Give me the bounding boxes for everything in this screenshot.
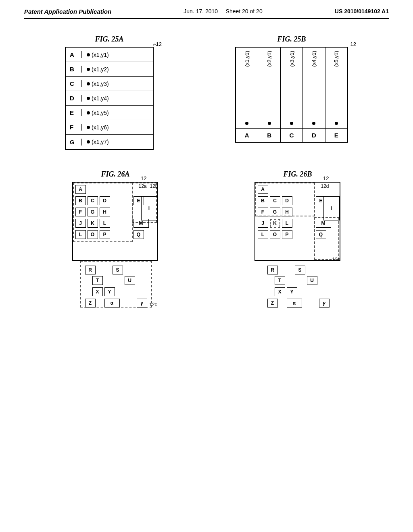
dot-icon: [87, 126, 90, 129]
row-coord: (x1,y1): [87, 52, 109, 58]
cell-F: F: [75, 208, 86, 216]
cell-alpha: α: [104, 299, 120, 308]
dot-icon: [335, 122, 338, 125]
dot-icon: [268, 122, 271, 125]
dot-icon: [245, 122, 248, 125]
cell-Y: Y: [104, 287, 115, 296]
cell-L: L: [258, 230, 268, 239]
cell-B: B: [75, 196, 86, 205]
cell-T: T: [92, 276, 103, 285]
dot-icon: [312, 122, 315, 125]
fig25a-title: FIG. 25A: [95, 35, 123, 44]
row-coord: (x1,y6): [87, 124, 109, 131]
cell-Q: Q: [316, 230, 326, 239]
row-coord: (x1,y3): [87, 81, 109, 87]
date: Jun. 17, 2010: [184, 8, 218, 15]
fig25b-block: FIG. 25B 12 (x1,y1) (x2,y1): [235, 35, 348, 143]
row-letter: D: [70, 95, 82, 102]
cell-gamma: γ: [137, 299, 147, 308]
row-coord: (x1,y2): [87, 66, 109, 73]
patent-number: US 2010/0149102 A1: [335, 8, 389, 15]
cell-H: H: [282, 208, 292, 216]
col-header: (x2,y1): [266, 51, 272, 67]
cell-Z: Z: [267, 299, 278, 308]
publication-label: Patent Application Publication: [24, 8, 111, 15]
cell-C: C: [270, 196, 280, 205]
cell-X: X: [275, 287, 285, 296]
dot-icon: [290, 122, 293, 125]
table-row: E (x1,y5): [66, 106, 153, 120]
row-letter: G: [70, 139, 82, 145]
col-header: (x3,y1): [289, 51, 295, 67]
cell-L2: L: [100, 219, 110, 228]
fig25b-col: (x4,y1): [303, 48, 325, 128]
fig25b-title: FIG. 25B: [277, 35, 306, 44]
col-header: (x5,y1): [333, 51, 339, 67]
cell-P: P: [100, 230, 110, 239]
row-coord: (x1,y5): [87, 110, 109, 116]
fig26a-title: FIG. 26A: [101, 170, 129, 179]
cell-A: A: [258, 185, 268, 194]
sheet: Sheet 20 of 20: [226, 8, 263, 15]
cell-U: U: [307, 276, 317, 285]
bot-label: D: [303, 129, 325, 142]
col-header: (x4,y1): [311, 51, 317, 67]
cell-T: T: [275, 276, 285, 285]
cell-L: L: [75, 230, 86, 239]
cell-D: D: [100, 196, 110, 205]
dot-icon: [87, 111, 90, 114]
cell-G: G: [88, 208, 98, 216]
dot-icon: [87, 82, 90, 85]
fig25b-table: (x1,y1) (x2,y1) (x3,y1) (x4,y1): [235, 47, 348, 143]
fig26b-ref-main: 12: [323, 175, 329, 181]
fig25b-ref: 12: [350, 41, 356, 47]
cell-O: O: [88, 230, 98, 239]
top-figures-row: FIG. 25A 12 ⌐ A (x1,y1) B (x1,y2) C: [24, 35, 389, 150]
cell-U: U: [125, 276, 135, 285]
cell-K: K: [88, 219, 98, 228]
cell-A: A: [75, 185, 86, 194]
cell-Q: Q: [133, 230, 144, 239]
table-row: F (x1,y6): [66, 120, 153, 135]
row-letter: B: [70, 66, 82, 73]
cell-Z: Z: [85, 299, 96, 308]
cell-L2: L: [282, 219, 292, 228]
cell-H: H: [100, 208, 110, 216]
cell-D: D: [282, 196, 292, 205]
cell-J: J: [75, 219, 86, 228]
cell-I: I: [323, 196, 340, 220]
dot-icon: [87, 97, 90, 100]
cell-C: C: [88, 196, 98, 205]
row-letter: E: [70, 109, 82, 116]
cell-S: S: [113, 266, 123, 274]
fig26b-ref-12e: 12e: [332, 257, 340, 262]
bot-label: A: [236, 129, 258, 142]
page: Patent Application Publication Jun. 17, …: [0, 0, 413, 532]
date-sheet: Jun. 17, 2010 Sheet 20 of 20: [184, 8, 262, 15]
fig25b-col: (x1,y1): [236, 48, 258, 128]
cell-B: B: [258, 196, 268, 205]
table-row: G (x1,y7): [66, 135, 153, 149]
cell-S: S: [295, 266, 305, 274]
cell-I: I: [141, 196, 157, 220]
cell-Y: Y: [287, 287, 297, 296]
fig26b-canvas: 12 12d 12e A B C D E I F G: [254, 182, 341, 311]
bot-label: C: [281, 129, 303, 142]
fig25a-block: FIG. 25A 12 ⌐ A (x1,y1) B (x1,y2) C: [65, 35, 154, 150]
fig25b-col: (x5,y1): [325, 48, 347, 128]
cell-O: O: [270, 230, 280, 239]
cell-gamma: γ: [319, 299, 330, 308]
row-letter: F: [70, 124, 82, 131]
cell-X: X: [92, 287, 103, 296]
cell-P: P: [282, 230, 292, 239]
dot-icon: [87, 140, 90, 143]
dot-icon: [87, 53, 90, 56]
fig26a-canvas: 12 12a 12b A B C D E I F G: [72, 182, 159, 311]
fig25b-col: (x2,y1): [258, 48, 280, 128]
cell-M: M: [133, 219, 149, 228]
bot-label: B: [258, 129, 280, 142]
fig26b-wrapper: FIG. 26B 12 12d 12e A B C D E I: [254, 170, 341, 311]
table-row: A (x1,y1): [66, 48, 153, 62]
fig26a-ref-12c: 12c: [149, 302, 157, 308]
row-coord: (x1,y7): [87, 139, 109, 145]
